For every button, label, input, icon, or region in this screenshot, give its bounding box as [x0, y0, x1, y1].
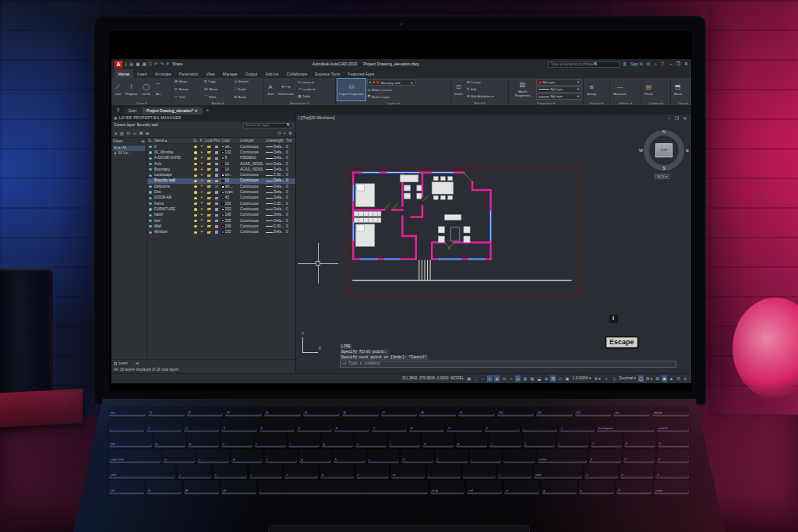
layer-on-icon[interactable]: [194, 231, 196, 234]
panel-label-properties[interactable]: Properties ▾: [510, 100, 581, 105]
layer-freeze-icon[interactable]: ☀: [200, 162, 203, 166]
layer-lock-icon[interactable]: [207, 168, 210, 171]
layer-tool-icon-8[interactable]: ⚙: [288, 131, 292, 136]
layer-on-icon[interactable]: [194, 208, 196, 210]
make-current-button[interactable]: ⛀ Make Current: [367, 88, 449, 93]
layer-plot-icon[interactable]: [215, 157, 219, 160]
panel-label-utilities[interactable]: Utilities ▾: [612, 100, 639, 105]
layer-freeze-icon[interactable]: ☀: [200, 151, 203, 155]
layer-on-icon[interactable]: [194, 214, 196, 217]
layer-color-swatch[interactable]: [221, 208, 224, 211]
chevron-down-icon[interactable]: ▾: [411, 81, 412, 85]
layer-tool-icon-1[interactable]: ▤: [120, 131, 124, 136]
layer-color-swatch[interactable]: [221, 185, 224, 188]
viewcube-top-face[interactable]: TOP: [655, 143, 673, 157]
invert-filter-checkbox[interactable]: [114, 362, 117, 365]
status-icon-2[interactable]: ⌐: [480, 375, 486, 382]
status-right-icon-2[interactable]: ⊞: [655, 375, 660, 382]
column-header-3[interactable]: F..: [199, 139, 205, 143]
layer-linetype[interactable]: Continuous: [239, 150, 265, 155]
arc-button[interactable]: ⌒Arc: [154, 79, 163, 100]
layer-color-swatch[interactable]: [221, 225, 224, 228]
layer-lineweight[interactable]: 0.30...: [265, 173, 285, 178]
ribbon-tab-output[interactable]: Output: [242, 69, 262, 78]
paste-button[interactable]: ▤ Paste: [643, 79, 655, 100]
panel-label-modify[interactable]: Modify ▾: [174, 100, 262, 105]
linetype-dropdown[interactable]: ByLayer▾: [536, 86, 581, 93]
redo-icon[interactable]: ↷: [161, 62, 164, 67]
panel-label-clipboard[interactable]: Clipboard: [643, 100, 669, 105]
layer-plot-icon[interactable]: [215, 191, 219, 193]
layer-row-wall[interactable]: Wall☀230Continuous0.30...0: [147, 224, 295, 229]
layer-lock-icon[interactable]: [207, 180, 210, 182]
layer-color-swatch[interactable]: [221, 180, 224, 183]
layer-dropdown[interactable]: ● ☀ Boundry wall ▾: [367, 79, 415, 86]
layer-color-swatch[interactable]: [221, 168, 224, 171]
layer-on-icon[interactable]: [194, 191, 196, 193]
layer-lineweight[interactable]: Defa...: [265, 167, 285, 172]
status-icon-0[interactable]: ▦: [466, 375, 471, 382]
app-menu-button[interactable]: A: [115, 61, 122, 69]
ribbon-tab-annotate[interactable]: Annotate: [151, 69, 175, 78]
editbutton[interactable]: ✎Edit: [466, 87, 507, 92]
layer-lineweight[interactable]: Defa...: [265, 162, 285, 167]
copy-button[interactable]: ⧉Copy: [203, 79, 231, 84]
layer-freeze-icon[interactable]: ☀: [200, 174, 203, 178]
layer-tool-icon-5[interactable]: ⛂: [146, 131, 150, 136]
layer-transparency[interactable]: 0: [285, 219, 291, 224]
layer-freeze-icon[interactable]: ☀: [200, 185, 203, 188]
layer-plot-icon[interactable]: [215, 185, 219, 188]
layer-linetype[interactable]: Continuous: [239, 213, 265, 217]
layer-lineweight[interactable]: Defa...: [265, 230, 285, 234]
polyline-button[interactable]: ⌇Polyline: [124, 79, 139, 100]
status-icon-8[interactable]: ▥: [522, 375, 528, 382]
layer-linetype[interactable]: Continuous: [239, 207, 265, 212]
column-header-7[interactable]: Linetype: [239, 139, 265, 143]
layer-plot-icon[interactable]: [215, 151, 219, 153]
layer-lock-icon[interactable]: [207, 185, 210, 188]
panel-label-block[interactable]: Block ▾: [453, 100, 507, 105]
linear-button[interactable]: ⇤Linear ▾: [297, 80, 334, 85]
share-icon[interactable]: ✈: [166, 62, 170, 67]
layer-lock-icon[interactable]: [207, 157, 210, 160]
column-header-6[interactable]: Color: [221, 139, 239, 143]
layer-color-swatch[interactable]: [221, 220, 224, 223]
filter-tree-all[interactable]: ⊟ ◈All: [113, 146, 145, 151]
status-right-icon-3[interactable]: ◙: [662, 375, 667, 382]
layer-transparency[interactable]: 0: [285, 213, 291, 217]
layer-plot-icon[interactable]: [215, 203, 219, 205]
layer-color-swatch[interactable]: [221, 151, 224, 154]
layer-on-icon[interactable]: [194, 163, 196, 165]
file-tabs-menu-icon[interactable]: ≡: [114, 107, 123, 115]
layer-on-icon[interactable]: [194, 174, 196, 177]
column-header-5[interactable]: Plot: [213, 139, 221, 143]
text-button[interactable]: AText: [266, 79, 275, 100]
layer-lock-icon[interactable]: [207, 163, 210, 165]
layer-linetype[interactable]: Continuous: [239, 230, 265, 234]
layer-lineweight[interactable]: Defa...: [265, 185, 285, 189]
layer-search-input[interactable]: Search for layer 🔍: [243, 123, 293, 129]
createbutton[interactable]: ⊞Create: [466, 80, 507, 85]
layer-freeze-icon[interactable]: ☀: [200, 202, 203, 206]
tab-current-drawing[interactable]: Project Drawing_elevation* ✕: [142, 107, 203, 115]
isolate-icon[interactable]: ▯: [612, 375, 617, 382]
status-right-icon-1[interactable]: ⊟ ▾: [645, 375, 653, 382]
line-button[interactable]: ⟋Line: [113, 79, 122, 100]
base-view-button[interactable]: ⬒ Base: [673, 79, 683, 100]
palette-titlebar[interactable]: ▤ LAYER PROPERTIES MANAGER: [111, 115, 295, 122]
layer-linetype[interactable]: Continuous: [239, 173, 265, 178]
panel-label-view[interactable]: View ▾ ⌄: [673, 100, 691, 105]
drawing-window-controls[interactable]: – ❐ ✕: [668, 116, 688, 122]
layer-on-icon[interactable]: [194, 225, 196, 227]
layer-lock-icon[interactable]: [207, 208, 210, 210]
ribbon-tab-parametric[interactable]: Parametric: [175, 69, 203, 78]
layer-freeze-icon[interactable]: ☀: [200, 208, 203, 212]
layer-linetype[interactable]: Continuous: [239, 202, 265, 206]
workspace-gear-icon[interactable]: ⚙ ▾: [593, 375, 601, 382]
layer-lineweight[interactable]: Defa...: [265, 219, 285, 224]
layer-tool-icon-7[interactable]: ▪: [284, 131, 286, 136]
layer-lock-icon[interactable]: [207, 192, 210, 194]
layer-freeze-icon[interactable]: ☀: [200, 231, 203, 234]
layer-transparency[interactable]: 0: [285, 196, 291, 200]
measure-button[interactable]: ― Measure: [612, 79, 628, 100]
